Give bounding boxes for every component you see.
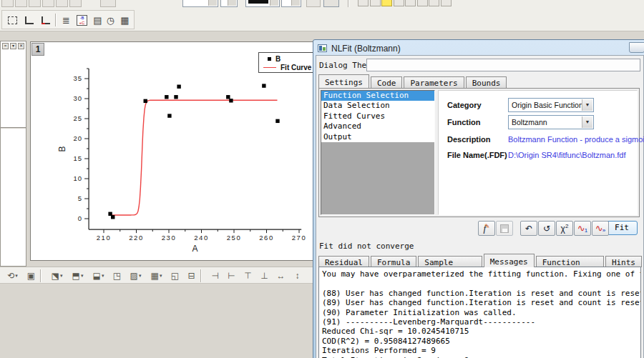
style-combo-4[interactable] [281,0,301,7]
section-item-fitted-curves[interactable]: Fitted Curves [321,111,434,121]
nlfit-dialog[interactable]: NLFit (Boltzmann) Dialog Theme SettingsC… [313,39,644,358]
tab-bounds[interactable]: Bounds [466,76,507,88]
insert-graph-icon[interactable] [100,0,116,7]
function-selection-panel: Category Origin Basic Functions▼ Functio… [438,90,638,215]
rotate-tool-button[interactable]: ⟲▾ [3,269,22,283]
tab-parameters[interactable]: Parameters [404,76,464,88]
subscript-icon[interactable] [15,0,27,7]
message-line: (90) Parameter Initialization was called… [322,308,640,317]
worksheet-grid-button[interactable]: ▦ [117,13,132,27]
3d-skew-button[interactable]: ⬓▾ [89,269,108,283]
dashed-rect-icon [8,16,17,24]
3d-perspective-button[interactable]: ▨▾ [126,269,145,283]
style-combo-3[interactable] [245,0,280,7]
align-top-button[interactable]: ⊤ [240,269,255,283]
layer-button-3[interactable] [381,0,392,6]
panel-dropdown-icon[interactable]: ▾ [10,43,16,49]
profile-button[interactable]: ⊟ [184,269,199,283]
style-combo-2[interactable] [220,0,238,7]
result-tab-hints[interactable]: Hints [605,256,642,267]
align-right-button[interactable]: ⊢ [224,269,239,283]
chart-legend[interactable]: B Fit Curve [258,52,314,73]
result-tab-function-file[interactable]: Function File [536,256,604,267]
fit-one-iteration-button[interactable]: ∿1 [574,221,591,236]
superscript-icon[interactable] [1,0,14,7]
messages-box[interactable]: You may have overparameterized the fitti… [318,267,641,358]
chevron-down-icon[interactable] [208,0,217,6]
tab-settings[interactable]: Settings [318,74,369,88]
align-bottom-button[interactable]: ⊥ [257,269,272,283]
super-sub-icon[interactable] [29,0,41,7]
layer-button-5[interactable] [405,0,416,6]
result-tab-sample-curve[interactable]: Sample Curve [418,256,482,267]
edit-function-button[interactable]: f✎ [478,221,495,236]
section-list[interactable]: Function SelectionData SelectionFitted C… [321,90,435,215]
style-combo-1[interactable] [182,0,218,7]
layer-button-4[interactable] [394,0,404,6]
3d-rotate-button[interactable]: ⬔▾ [47,269,67,283]
3d-reset-icon: ◳ [113,271,121,281]
chi-square-button[interactable]: χ2 [556,221,573,236]
category-label: Category [447,101,482,109]
layer-button-1[interactable] [358,0,369,6]
result-tab-residual[interactable]: Residual [318,256,369,267]
align-left-button[interactable]: ⊣ [208,269,223,283]
section-item-output[interactable]: Output [321,132,434,142]
fit-line-icon [263,67,276,68]
project-explorer-panel: = ▾ ✕ [0,41,26,267]
panel-divider [1,127,26,129]
layer-button-6[interactable] [417,0,428,6]
dialog-minimize-button[interactable] [629,42,644,53]
dialog-theme-input[interactable] [366,59,640,71]
section-item-advanced[interactable]: Advanced [321,121,434,131]
pattern-icon[interactable] [306,0,321,7]
chevron-down-icon[interactable]: ▼ [582,99,592,111]
layer-button-2[interactable] [370,0,381,6]
fit-until-converged-button[interactable]: ∿» [592,221,609,236]
text-style-icon[interactable] [69,0,82,7]
y-tick-label: 25 [73,114,82,122]
result-tab-messages[interactable]: Messages [484,254,535,267]
chevron-down-icon[interactable] [291,0,300,6]
add-top-x-right-y-layer-button[interactable] [38,13,53,27]
uniform-height-button[interactable]: ↕ [290,269,305,283]
rescale-layers-button[interactable]: -B+C [74,13,89,27]
3d-reset-button[interactable]: ◳ [109,269,125,283]
font-icon[interactable] [56,0,68,7]
section-item-data-selection[interactable]: Data Selection [321,101,434,111]
data-point [167,114,171,117]
layer-button-7[interactable] [429,0,439,6]
section-item-function-selection[interactable]: Function Selection [321,91,434,101]
chevron-down-icon[interactable] [270,0,278,6]
chevron-down-icon[interactable] [228,0,236,6]
panel-pin-icon[interactable]: = [2,43,9,49]
greek-letter-icon[interactable] [42,0,54,7]
color-palette-button[interactable]: ▣ [24,269,39,283]
chevron-down-icon[interactable]: ▼ [582,116,592,128]
date-time-button[interactable]: ◷ [103,13,118,27]
revert-parameters-button[interactable]: ↺ [538,221,555,236]
uniform-width-button[interactable]: ↔ [273,269,288,283]
fit-button[interactable]: Fit [606,221,638,235]
fit-curve-line [109,100,277,215]
category-dropdown[interactable]: Origin Basic Functions▼ [508,98,594,112]
message-line [322,279,640,288]
new-enlarged-layer-button[interactable] [5,13,20,27]
matrix-button[interactable]: ▦▾ [147,269,166,283]
panel-close-icon[interactable]: ✕ [18,43,24,49]
fit-status-text: Fit did not converge [319,242,414,251]
function-dropdown[interactable]: Boltzmann▼ [508,115,594,129]
undo-parameters-button[interactable]: ↶ [520,221,537,236]
dialog-title: NLFit (Boltzmann) [331,44,401,54]
add-text-lines-button[interactable]: ≣ [59,13,74,27]
layer-button-8[interactable] [441,0,452,6]
disabled-combo [323,0,339,7]
dialog-title-bar[interactable]: NLFit (Boltzmann) [316,42,644,55]
tab-code[interactable]: Code [371,76,403,88]
legend-label: Fit Curve [280,64,311,71]
result-tab-formula[interactable]: Formula [371,256,416,267]
add-bottom-x-left-y-layer-button[interactable] [21,13,36,27]
3d-tilt-button[interactable]: ⬒▾ [68,269,87,283]
extract-button[interactable]: ◱ [167,269,182,283]
color-palette-icon: ▣ [27,271,35,281]
